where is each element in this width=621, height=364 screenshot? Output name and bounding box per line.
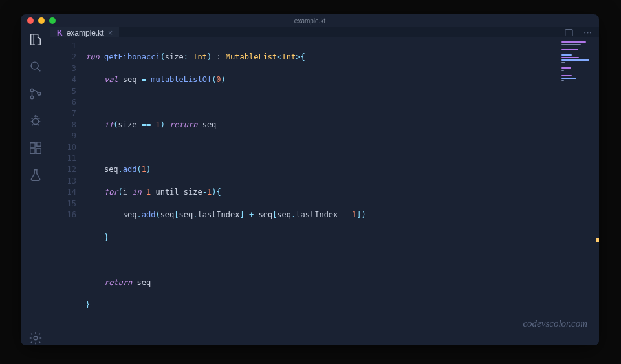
editor[interactable]: 1 2 3 4 5 6 7 8 9 10 11 12 13 14 15 16 <box>50 37 599 345</box>
line-number: 3 <box>50 63 76 74</box>
titlebar: example.kt <box>21 14 599 27</box>
svg-point-2 <box>30 96 33 98</box>
line-number: 10 <box>50 142 76 153</box>
line-number: 11 <box>50 153 76 164</box>
svg-point-3 <box>38 92 40 95</box>
line-number: 7 <box>50 108 76 119</box>
svg-point-13 <box>590 32 591 33</box>
svg-point-1 <box>30 89 33 91</box>
svg-point-12 <box>587 32 589 33</box>
editor-window: example.kt K example.kt × <box>21 14 599 345</box>
line-number: 5 <box>50 86 76 97</box>
extensions-icon[interactable] <box>28 141 43 155</box>
tab-label: example.kt <box>67 28 104 37</box>
kotlin-file-icon: K <box>57 28 63 37</box>
more-actions-icon[interactable] <box>583 28 593 37</box>
line-number: 6 <box>50 97 76 108</box>
line-number: 8 <box>50 120 76 131</box>
tab-example-kt[interactable]: K example.kt × <box>50 27 119 37</box>
debug-icon[interactable] <box>28 114 43 128</box>
line-number: 2 <box>50 52 76 63</box>
settings-gear-icon[interactable] <box>28 331 43 345</box>
svg-point-0 <box>31 62 38 69</box>
minimap[interactable] <box>559 37 599 345</box>
line-number: 16 <box>50 209 76 220</box>
svg-point-4 <box>32 118 38 124</box>
code-area[interactable]: fun getFibonacci(size: Int) : MutableLis… <box>85 37 559 345</box>
svg-rect-8 <box>37 142 41 146</box>
line-number: 15 <box>50 198 76 209</box>
svg-rect-5 <box>30 143 35 147</box>
line-number: 13 <box>50 176 76 187</box>
split-editor-icon[interactable] <box>564 28 574 37</box>
tab-close-icon[interactable]: × <box>108 28 113 37</box>
testing-icon[interactable] <box>28 168 43 182</box>
line-number: 1 <box>50 41 76 52</box>
line-number: 12 <box>50 164 76 175</box>
activity-bar <box>21 27 50 345</box>
source-control-icon[interactable] <box>28 87 43 101</box>
close-window-button[interactable] <box>27 17 34 24</box>
line-number: 9 <box>50 131 76 142</box>
svg-rect-7 <box>36 149 41 153</box>
svg-rect-6 <box>30 149 35 153</box>
explorer-icon[interactable] <box>28 32 43 47</box>
editor-tabs: K example.kt × <box>50 27 599 37</box>
line-number: 4 <box>50 74 76 85</box>
svg-point-11 <box>584 32 585 33</box>
search-icon[interactable] <box>28 59 43 74</box>
minimize-window-button[interactable] <box>38 17 45 24</box>
zoom-window-button[interactable] <box>49 17 56 24</box>
line-gutter: 1 2 3 4 5 6 7 8 9 10 11 12 13 14 15 16 <box>50 37 85 345</box>
watermark: codevscolor.com <box>523 318 587 329</box>
title-filename: example.kt <box>294 17 325 25</box>
traffic-lights <box>27 17 56 24</box>
svg-point-9 <box>34 336 38 340</box>
line-number: 14 <box>50 187 76 198</box>
overview-ruler <box>596 37 599 345</box>
